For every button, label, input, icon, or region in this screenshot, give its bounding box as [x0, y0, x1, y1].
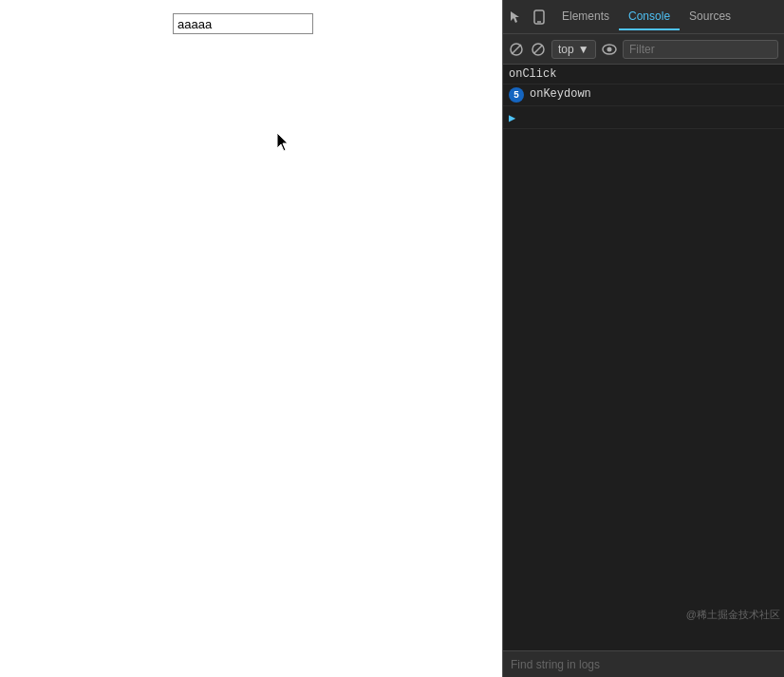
console-output: onClick 5 onKeydown ▶: [503, 65, 784, 650]
find-bar: [503, 650, 784, 677]
eye-icon[interactable]: [602, 41, 617, 58]
dropdown-arrow-icon: ▼: [578, 43, 589, 56]
inspect-icon[interactable]: [507, 8, 526, 27]
expand-arrow-icon[interactable]: ▶: [509, 111, 515, 125]
devtools-panel: Elements Console Sources top ▼ onClick 5…: [503, 0, 784, 677]
context-dropdown[interactable]: top ▼: [551, 40, 596, 59]
find-logs-input[interactable]: [511, 658, 776, 671]
device-toolbar-icon[interactable]: [530, 8, 549, 27]
console-entry-onclick: onClick: [503, 65, 784, 85]
block-icon[interactable]: [530, 41, 545, 58]
cursor-arrow: [277, 133, 294, 154]
clear-console-icon[interactable]: [509, 41, 524, 58]
svg-line-7: [534, 46, 542, 53]
devtools-tabs: Elements Console Sources: [552, 4, 780, 30]
tab-console[interactable]: Console: [619, 4, 680, 30]
onclick-text: onClick: [509, 67, 556, 81]
browser-content: [0, 0, 503, 677]
svg-point-9: [607, 47, 611, 51]
onkeydown-badge: 5: [509, 87, 524, 103]
svg-marker-1: [511, 11, 519, 23]
devtools-tab-bar: Elements Console Sources: [503, 0, 784, 34]
devtools-console-toolbar: top ▼: [503, 34, 784, 65]
console-entry-onkeydown: 5 onKeydown: [503, 85, 784, 106]
text-input[interactable]: [173, 13, 313, 34]
svg-line-5: [512, 45, 521, 54]
context-label: top: [558, 43, 574, 56]
tab-elements[interactable]: Elements: [552, 4, 619, 30]
filter-input[interactable]: [623, 40, 778, 59]
svg-marker-0: [277, 133, 288, 151]
tab-sources[interactable]: Sources: [680, 4, 740, 30]
onkeydown-text: onKeydown: [530, 87, 591, 101]
console-arrow-row[interactable]: ▶: [503, 106, 784, 129]
